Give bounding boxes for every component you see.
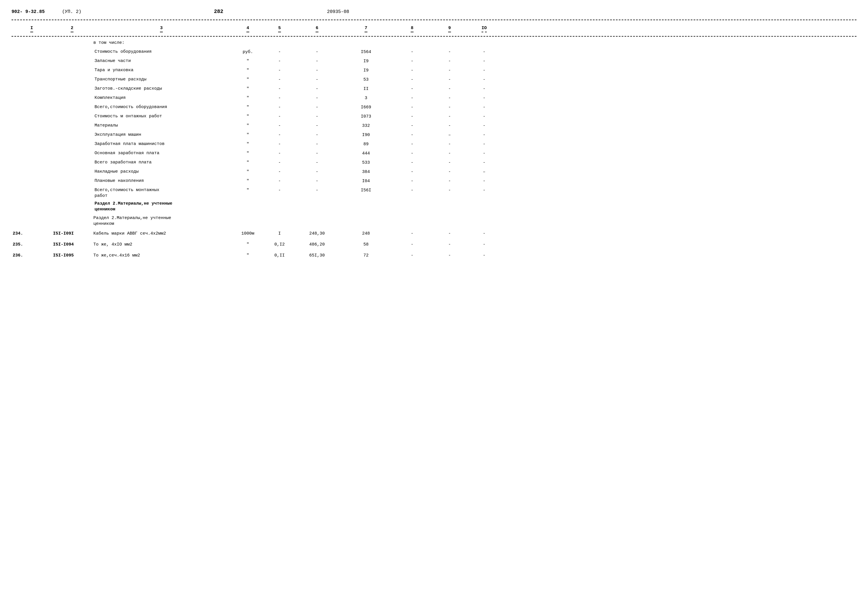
cell-col10: - (467, 95, 501, 101)
cell-qty: - (265, 132, 294, 138)
cell-qty: - (265, 113, 294, 120)
cell-name: Всего заработная плата (92, 159, 231, 166)
cell-name: Стоимость оборудования (92, 49, 231, 55)
doc-type: (УП. 2) (62, 9, 81, 14)
cell-col7: I669 (340, 104, 392, 111)
cell-unit: 1000м (231, 230, 265, 237)
cell-col10: – (467, 169, 501, 175)
cell-unit: " (231, 132, 265, 138)
cell-id (11, 85, 52, 86)
cell-id (11, 150, 52, 151)
cell-col8: - (392, 76, 432, 83)
table-row: Комплектация " - - 3 - - - (11, 94, 857, 104)
table-row: Стоимость оборудования руб. - - I564 - -… (11, 48, 857, 57)
cell-qty: 0,I2 (265, 241, 294, 248)
page-header: 902- 9-32.85 (УП. 2) 282 20935-08 (11, 9, 857, 14)
cell-price: - (294, 58, 340, 65)
cell-col9: – (432, 132, 467, 138)
data-table-row: 235. I5I-I094 То же, 4хIO мм2 " 0,I2 486… (11, 241, 857, 250)
cell-code (52, 123, 92, 123)
cell-col10: - (467, 159, 501, 166)
cell-code (52, 113, 92, 114)
cell-col8: - (392, 104, 432, 111)
cell-id (11, 159, 52, 160)
cell-price: - (294, 85, 340, 92)
cell-id (11, 95, 52, 95)
cell-unit: " (231, 241, 265, 248)
cell-unit: " (231, 187, 265, 194)
cell-name: Комплектация (92, 95, 231, 101)
cell-price: - (294, 67, 340, 74)
cell-col10: - (467, 141, 501, 147)
cell-price: - (294, 141, 340, 147)
cell-name: Всего,стоимость монтажныхработ (92, 187, 231, 199)
cell-qty: - (265, 150, 294, 157)
cell-id (11, 76, 52, 77)
cell-name: Раздел 2.Материалы,не учтенные ценником (92, 200, 231, 213)
cell-col10: - (467, 252, 501, 259)
cell-col9: - (432, 67, 467, 74)
cell-name: Основная заработная плата (92, 150, 231, 157)
cell-qty: - (265, 58, 294, 65)
cell-unit: " (231, 113, 265, 120)
cell-col8: - (392, 169, 432, 175)
data-table-row: 236. I5I-I095 То же,сеч.4х16 мм2 " 0,II … (11, 251, 857, 261)
cell-col10: - (467, 58, 501, 65)
col-header-1: I (11, 25, 52, 33)
cell-name: То же, 4хIO мм2 (92, 241, 231, 248)
cell-code (52, 178, 92, 178)
cell-price (294, 200, 340, 201)
cell-unit (231, 200, 265, 201)
table-row: Основная заработная плата " - - 444 - - … (11, 150, 857, 159)
cell-qty: - (265, 187, 294, 194)
cell-col9 (432, 200, 467, 201)
cell-col7: 444 (340, 150, 392, 157)
cell-id (11, 113, 52, 114)
cell-col8: - (392, 252, 432, 259)
cell-col8: - (392, 123, 432, 129)
cell-unit: " (231, 252, 265, 259)
section2-header-row: Раздел 2.Материалы,не учтенные ценником (11, 214, 857, 228)
top-divider (11, 20, 857, 20)
table-row: Материалы " - - 332 - - - (11, 122, 857, 131)
cell-id (11, 169, 52, 169)
cell-col10: - (467, 230, 501, 237)
cell-col8 (392, 200, 432, 201)
cell-code (52, 187, 92, 188)
cell-col8: - (392, 241, 432, 248)
cell-col10: - (467, 241, 501, 248)
cell-col7: I9 (340, 67, 392, 74)
cell-col9: - (432, 123, 467, 129)
cell-col7: I073 (340, 113, 392, 120)
cell-col9: - (432, 85, 467, 92)
cell-col9: - (432, 230, 467, 237)
cell-col9: - (432, 76, 467, 83)
cell-qty: - (265, 49, 294, 55)
cell-qty: - (265, 169, 294, 175)
cell-code (52, 141, 92, 141)
cell-col7: 89 (340, 141, 392, 147)
cell-price: - (294, 178, 340, 185)
cell-id (11, 178, 52, 178)
cell-code (52, 49, 92, 49)
cell-col9: - (432, 241, 467, 248)
cell-col8: - (392, 150, 432, 157)
cell-name: То же,сеч.4х16 мм2 (92, 252, 231, 259)
cell-col9: - (432, 187, 467, 194)
table-row: Плановые накопления " - - I04 - - - (11, 177, 857, 186)
col-header-6: 6 (294, 25, 340, 33)
cell-unit: " (231, 169, 265, 175)
cell-name: Тара и упаковка (92, 67, 231, 73)
cell-col7 (340, 200, 392, 201)
cell-col8: - (392, 178, 432, 185)
cell-code (52, 95, 92, 95)
cell-col9: - (432, 150, 467, 157)
col-header-5: 5 (265, 25, 294, 33)
data-rows-container: 234. I5I-I09I Кабель марки АВВГ сеч.4х2м… (11, 230, 857, 261)
cell-qty: - (265, 141, 294, 147)
table-row: Эксплуатация машин " - - I90 - – - (11, 131, 857, 140)
section2-header-text: Раздел 2.Материалы,не учтенные ценником (92, 215, 231, 227)
cell-qty: - (265, 95, 294, 101)
cell-unit: " (231, 159, 265, 166)
cell-col8: - (392, 132, 432, 138)
